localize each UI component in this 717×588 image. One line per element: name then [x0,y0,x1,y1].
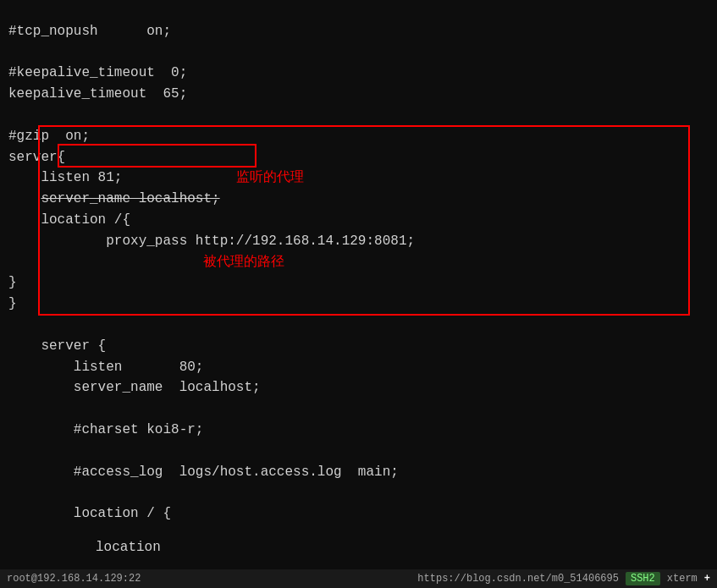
line-location-2: location / { [8,506,171,521]
line-blank4 [8,485,17,500]
line-close-brace-1: } [8,275,17,290]
line-proxy-pass: proxy_pass http://192.168.14.129:8081; [8,234,415,249]
plus-button[interactable]: + [704,573,710,585]
status-bar: root@192.168.14.129:22 https://blog.csdn… [0,569,717,588]
line-proxy-annotation: 被代理的路径 [8,255,284,270]
line-servername-2: server_name localhost; [8,380,261,395]
code-display: #tcp_nopush on; #keepalive_timeout 0; ke… [8,0,709,546]
terminal-window: #tcp_nopush on; #keepalive_timeout 0; ke… [0,0,717,588]
line-close-brace-2: } [8,296,17,311]
line-keepalive: keepalive_timeout 65; [8,86,187,102]
line-tcp: #tcp_nopush on; [8,24,171,39]
line-charset: #charset koi8-r; [8,422,203,437]
status-right: https://blog.csdn.net/m0_51406695 SSH2 x… [417,572,710,585]
line-access-log: #access_log logs/host.access.log main; [8,464,399,480]
line-gzip: #gzip on; [8,129,90,144]
location-label: location [96,537,161,558]
xterm-label: xterm [667,573,698,585]
status-url: https://blog.csdn.net/m0_51406695 [417,573,619,585]
line-listen-80: listen 80; [8,360,203,375]
line-blank1 [8,317,17,332]
line-location-1: location /{ [8,212,130,228]
line-blank3 [8,443,17,459]
line-listen-81: listen 81; 监听的代理 [8,170,304,185]
line-server-open: server{ [8,150,65,165]
line-blank2 [8,401,17,416]
status-left: root@192.168.14.129:22 [7,573,141,585]
line-server2-open: server { [8,338,106,354]
line-servername-1: server_name localhost; [8,191,220,206]
annotation-proxy: 被代理的路径 [203,255,284,270]
line-keepalive-comment: #keepalive_timeout 0; [8,65,187,80]
ssh2-badge: SSH2 [626,572,660,585]
annotation-listen: 监听的代理 [236,170,304,185]
